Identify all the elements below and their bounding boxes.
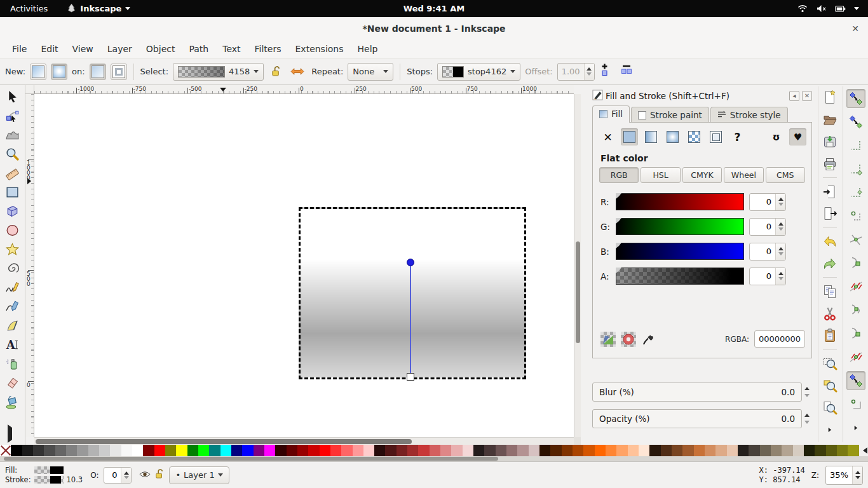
palette-swatch[interactable] — [264, 445, 275, 456]
tool-star[interactable] — [3, 240, 23, 259]
green-spinbox[interactable]: 0 — [749, 218, 786, 236]
alpha-slider[interactable] — [616, 268, 744, 285]
blur-spin-arrows[interactable] — [802, 381, 812, 403]
blue-slider[interactable] — [616, 243, 744, 260]
menu-extensions[interactable]: Extensions — [288, 41, 351, 57]
palette-swatch[interactable] — [782, 445, 792, 456]
command-zoom-drawing[interactable] — [821, 377, 839, 395]
palette-swatch[interactable] — [715, 445, 726, 456]
canvas[interactable] — [34, 94, 574, 437]
palette-swatch[interactable] — [187, 445, 198, 456]
tab-hsl[interactable]: HSL — [641, 167, 680, 183]
palette-swatch[interactable] — [66, 445, 77, 456]
palette-swatch[interactable] — [672, 445, 682, 456]
palette-swatch[interactable] — [517, 445, 528, 456]
tool-tweak[interactable] — [3, 125, 23, 144]
palette-swatch[interactable] — [209, 445, 220, 456]
vertical-scrollbar-thumb[interactable] — [576, 241, 580, 343]
palette-swatch[interactable] — [639, 445, 649, 456]
palette-swatch[interactable] — [176, 445, 187, 456]
palette-swatch[interactable] — [484, 445, 495, 456]
alpha-spinbox[interactable]: 0 — [749, 268, 786, 285]
palette-swatch[interactable] — [254, 445, 264, 456]
tool-selector[interactable] — [3, 87, 23, 106]
tool-box-3d[interactable] — [3, 201, 23, 220]
palette-swatch[interactable] — [143, 445, 154, 456]
tab-fill[interactable]: Fill — [592, 105, 630, 123]
palette-swatch[interactable] — [132, 445, 143, 456]
object-opacity-spinbox[interactable]: 0 — [104, 467, 132, 484]
horizontal-scrollbar[interactable] — [34, 437, 574, 445]
blue-spinbox[interactable]: 0 — [749, 243, 786, 261]
selected-rectangle-object[interactable] — [299, 207, 526, 379]
command-document-new[interactable] — [821, 89, 839, 106]
palette-swatch[interactable] — [231, 445, 242, 456]
snap-grid[interactable] — [846, 395, 865, 414]
palette-swatch[interactable] — [826, 445, 837, 456]
snap-nodes[interactable] — [846, 230, 865, 249]
snap-path-intersections[interactable] — [846, 277, 865, 296]
palette-swatch[interactable] — [353, 445, 363, 456]
command-edit-cut[interactable] — [821, 305, 839, 322]
menu-layer[interactable]: Layer — [100, 41, 139, 57]
gradient-select-combo[interactable]: 4158 — [173, 63, 264, 81]
palette-swatch[interactable] — [121, 445, 132, 456]
palette-swatch[interactable] — [628, 445, 639, 456]
toolbox-expander[interactable] — [8, 428, 15, 440]
tool-spray[interactable] — [3, 354, 23, 373]
palette-swatch[interactable] — [760, 445, 771, 456]
palette-swatch[interactable] — [440, 445, 451, 456]
layer-lock-toggle[interactable] — [155, 469, 164, 482]
stroke-color-swatch[interactable] — [34, 476, 64, 484]
snap-bbox-corners[interactable] — [846, 159, 865, 179]
command-document-print[interactable] — [821, 155, 839, 172]
menu-filters[interactable]: Filters — [248, 41, 288, 57]
palette-swatch[interactable] — [529, 445, 539, 456]
palette-swatch[interactable] — [451, 445, 462, 456]
command-expander[interactable] — [821, 421, 839, 438]
gradient-on-stroke-button[interactable] — [111, 64, 127, 80]
menu-text[interactable]: Text — [215, 41, 247, 57]
gradient-line[interactable] — [410, 262, 411, 377]
snap-bbox-centers[interactable] — [846, 207, 865, 226]
tool-zoom[interactable] — [3, 144, 23, 163]
blur-slider[interactable]: Blur (%) 0.0 — [592, 383, 802, 402]
gradient-link-button[interactable] — [268, 64, 283, 80]
gradient-on-fill-button[interactable] — [90, 64, 106, 80]
command-edit-copy[interactable] — [821, 283, 839, 300]
palette-swatch[interactable] — [341, 445, 352, 456]
gradient-end-handle[interactable] — [407, 373, 414, 381]
red-slider[interactable] — [616, 193, 744, 210]
green-slider[interactable] — [616, 218, 744, 235]
menu-file[interactable]: File — [5, 41, 34, 57]
palette-swatch[interactable] — [320, 445, 330, 456]
command-zoom-selection[interactable] — [821, 355, 839, 372]
palette-swatch[interactable] — [374, 445, 385, 456]
snap-bbox-edges[interactable] — [846, 136, 865, 155]
color-wheel-button[interactable] — [621, 332, 636, 347]
offset-spinbox[interactable]: 1.00 — [557, 63, 595, 81]
paint-unknown-button[interactable]: ? — [729, 128, 746, 146]
palette-swatch[interactable] — [165, 445, 176, 456]
tool-spiral[interactable] — [3, 259, 23, 278]
opacity-spin-arrows[interactable] — [802, 408, 812, 430]
fill-stroke-indicator[interactable]: Fill: Stroke: 10.3 — [5, 466, 83, 484]
palette-swatch[interactable] — [385, 445, 396, 456]
tool-rectangle[interactable] — [3, 182, 23, 201]
panel-collapse-button[interactable]: ◂ — [789, 91, 799, 101]
palette-swatch[interactable] — [275, 445, 286, 456]
gradient-start-handle[interactable] — [407, 259, 414, 266]
palette-swatch[interactable] — [496, 445, 506, 456]
palette-scrollbar[interactable] — [0, 456, 868, 461]
palette-scroll-left-button[interactable] — [859, 445, 868, 456]
tool-pencil[interactable] — [3, 278, 23, 297]
palette-swatch[interactable] — [44, 445, 55, 456]
gradient-picker-button[interactable] — [600, 332, 616, 347]
paint-flat-button[interactable] — [621, 128, 638, 146]
palette-swatch[interactable] — [837, 445, 848, 456]
palette-swatch[interactable] — [727, 445, 738, 456]
snap-bbox-midpoints[interactable] — [846, 183, 865, 202]
tool-eraser[interactable] — [3, 373, 23, 392]
command-edit-paste[interactable] — [821, 327, 839, 344]
titlebar[interactable]: *New document 1 - Inkscape ✕ — [0, 17, 868, 39]
